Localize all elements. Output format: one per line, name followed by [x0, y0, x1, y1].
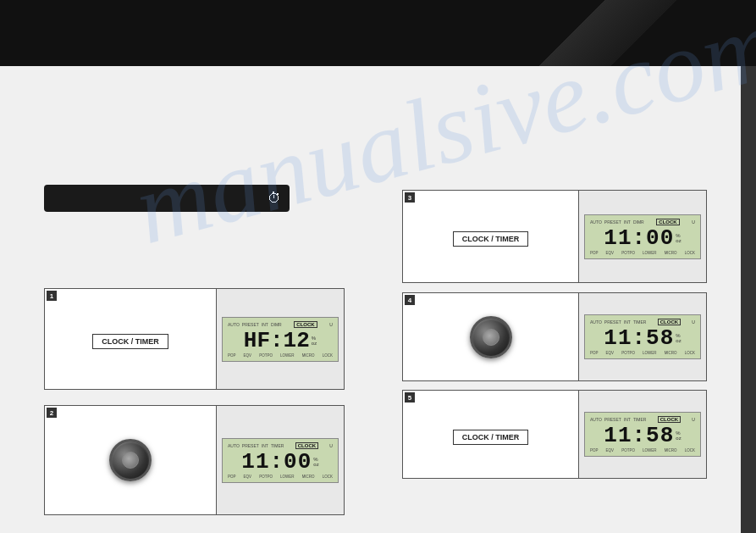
- lcd-right-3: AUTO PRESET INT TIMER CLOCK U 11:58 % oz: [584, 412, 701, 457]
- panel-left-top: 1 CLOCK / TIMER AUTO PRESET INT DIMR CLO…: [44, 288, 345, 390]
- panel-right-2-display: AUTO PRESET INT TIMER CLOCK U 11:58 % oz: [579, 293, 706, 380]
- right-bar: [741, 0, 756, 533]
- knob-left-bottom[interactable]: [109, 439, 152, 481]
- panel-right-1-display: AUTO PRESET INT DIMR CLOCK U 11:00 % oz: [579, 191, 706, 282]
- lcd-digits-right-2: 11:58: [604, 327, 674, 349]
- panel-left-top-content: CLOCK / TIMER: [45, 289, 217, 389]
- panel-left-top-num: 1: [47, 291, 57, 301]
- lcd-right-2: AUTO PRESET INT TIMER CLOCK U 11:58 % oz: [584, 314, 701, 359]
- panel-right-3: 5 CLOCK / TIMER AUTO PRESET INT TIMER CL…: [402, 390, 707, 479]
- panel-left-bottom-display: AUTO PRESET INT TIMER CLOCK U 11:00 % oz: [217, 406, 344, 514]
- lcd-digits-hf: HF:12: [244, 330, 310, 352]
- clock-label-left-top: CLOCK / TIMER: [92, 334, 168, 349]
- panel-right-2-content: [403, 293, 579, 380]
- header-icon: ⏱: [268, 191, 281, 206]
- panel-left-bottom-content: [45, 406, 217, 514]
- panel-left-top-display: AUTO PRESET INT DIMR CLOCK U HF:12 % oz: [217, 289, 344, 389]
- lcd-digits-right-1: 11:00: [604, 227, 674, 249]
- panel-right-1: 3 CLOCK / TIMER AUTO PRESET INT DIMR CLO…: [402, 190, 707, 283]
- clock-label-right-3: CLOCK / TIMER: [453, 430, 529, 445]
- lcd-top-labels: AUTO PRESET INT DIMR: [228, 322, 282, 327]
- lcd-digits-right-3: 11:58: [604, 425, 674, 447]
- knob-right-2[interactable]: [470, 316, 512, 358]
- panel-right-3-display: AUTO PRESET INT TIMER CLOCK U 11:58 % oz: [579, 391, 706, 478]
- lcd-bottom-row: POP EQV POTPO LOWER MICRO LOCK: [228, 353, 333, 358]
- panel-right-2: 4 AUTO PRESET INT TIMER CLOCK U 11:58: [402, 292, 707, 381]
- top-banner: [0, 0, 756, 66]
- lcd-left-bottom: AUTO PRESET INT TIMER CLOCK U 11:00 % oz: [222, 438, 339, 483]
- lcd-clock-indicator: CLOCK: [294, 321, 317, 328]
- lcd-right-1: AUTO PRESET INT DIMR CLOCK U 11:00 % oz: [584, 214, 701, 259]
- section-header: ⏱: [44, 185, 290, 212]
- clock-label-right-1: CLOCK / TIMER: [453, 231, 529, 247]
- panel-right-3-content: CLOCK / TIMER: [403, 391, 579, 478]
- panel-right-1-num: 3: [405, 192, 415, 203]
- panel-left-bottom: 2 AUTO PRESET INT TIMER CLOCK U 11:00: [44, 405, 345, 515]
- panel-right-1-content: CLOCK / TIMER: [403, 191, 579, 282]
- lcd-left-top: AUTO PRESET INT DIMR CLOCK U HF:12 % oz: [222, 317, 339, 362]
- lcd-digits-left-bottom: 11:00: [241, 451, 312, 473]
- panel-left-bottom-num: 2: [47, 408, 57, 418]
- panel-right-3-num: 5: [405, 392, 415, 403]
- panel-right-2-num: 4: [405, 295, 415, 305]
